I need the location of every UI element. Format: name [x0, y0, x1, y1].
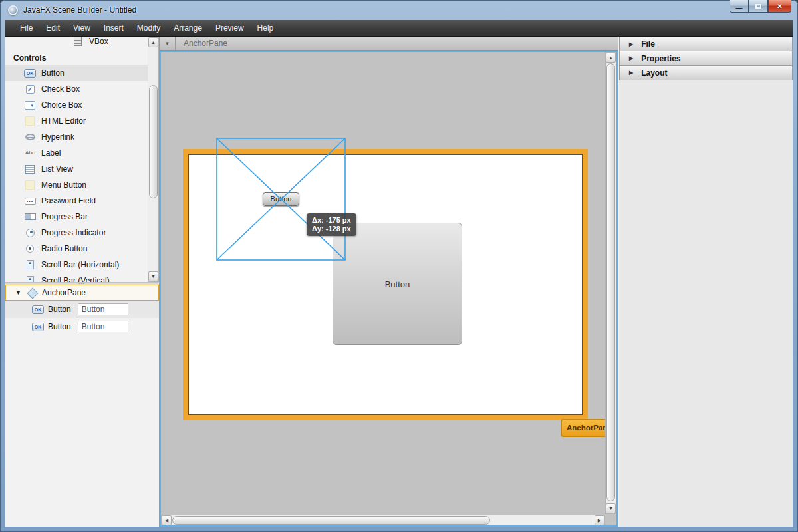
library-item-scroll-bar-vertical[interactable]: ▲Scroll Bar (Vertical) — [5, 273, 148, 282]
library-item-progress-bar[interactable]: Progress Bar — [5, 209, 148, 225]
close-icon: ✕ — [777, 3, 782, 10]
library-item-check-box[interactable]: ✓Check Box — [5, 81, 148, 97]
library-item-label: Scroll Bar (Horizontal) — [41, 260, 119, 269]
library-item-vbox[interactable]: VBox — [5, 37, 148, 48]
anchorpane-selection-tag[interactable]: AnchorPane — [561, 419, 611, 437]
library-item-label: Radio Button — [41, 244, 87, 253]
library-item-hyperlink[interactable]: Hyperlink — [5, 129, 148, 145]
ok-icon: OK — [24, 69, 36, 78]
menu-item-view[interactable]: View — [66, 21, 97, 35]
progressbar-icon — [25, 213, 36, 220]
hierarchy-children: OKButtonOKButton — [5, 301, 159, 335]
hierarchy-item-label: Button — [48, 322, 71, 331]
inspector-section-layout[interactable]: ▶Layout — [619, 66, 793, 80]
menu-bar: FileEditViewInsertModifyArrangePreviewHe… — [5, 20, 793, 37]
radiobutton-icon — [26, 245, 34, 253]
inspector-section-file[interactable]: ▶File — [619, 37, 793, 51]
library-item-html-editor[interactable]: HTML Editor — [5, 113, 148, 129]
library-item-radio-button[interactable]: Radio Button — [5, 241, 148, 257]
window-title: JavaFX Scene Builder - Untitled — [23, 5, 136, 15]
scroll-down-button[interactable]: ▼ — [148, 271, 158, 281]
hierarchy-item-name-input[interactable] — [78, 303, 128, 315]
listview-icon — [25, 165, 35, 174]
canvas-horizontal-scrollbar[interactable]: ◀ ▶ — [161, 515, 605, 525]
canvas-header: ▼ AnchorPane — [160, 37, 618, 51]
window-controls: —✕ — [730, 0, 791, 13]
menu-item-edit[interactable]: Edit — [39, 21, 66, 35]
minimize-button[interactable]: — — [730, 0, 749, 13]
menu-item-arrange[interactable]: Arrange — [167, 21, 209, 35]
canvas-vscroll-thumb[interactable] — [606, 63, 615, 501]
canvas-header-label: AnchorPane — [184, 39, 227, 48]
main-content: VBoxControlsOKButton✓Check Box▾Choice Bo… — [5, 37, 793, 527]
library-item-label: List View — [41, 164, 73, 174]
menu-item-help[interactable]: Help — [251, 21, 281, 35]
inspector-panel: ▶File▶Properties▶Layout — [619, 37, 793, 527]
hierarchy-item-button-2[interactable]: OKButton — [5, 318, 159, 335]
library-item-label: Hyperlink — [41, 132, 74, 142]
maximize-icon — [755, 4, 761, 9]
menu-item-modify[interactable]: Modify — [130, 21, 167, 35]
progressindicator-icon — [26, 229, 35, 237]
close-button[interactable]: ✕ — [768, 0, 791, 13]
disclosure-triangle-icon[interactable]: ▼ — [15, 289, 22, 296]
password-icon: ••• — [25, 198, 36, 205]
menu-item-preview[interactable]: Preview — [209, 21, 251, 35]
hierarchy-panel: ▼ AnchorPane OKButtonOKButton — [5, 285, 160, 527]
library-item-label: Label — [41, 148, 61, 158]
library-item-scroll-bar-horizontal[interactable]: ▲Scroll Bar (Horizontal) — [5, 257, 148, 273]
inspector-section-properties[interactable]: ▶Properties — [619, 51, 793, 66]
choice-icon: ▾ — [25, 101, 35, 110]
hierarchy-root-label: AnchorPane — [42, 288, 86, 297]
scroll-right-button[interactable]: ▶ — [595, 515, 604, 525]
delta-y-value: Δy: -128 px — [312, 225, 351, 233]
scrollbarv-icon: ▲ — [27, 276, 34, 282]
canvas-dropdown-button[interactable]: ▼ — [160, 37, 176, 50]
scroll-up-button[interactable]: ▲ — [606, 53, 616, 63]
scroll-left-button[interactable]: ◀ — [162, 515, 172, 525]
canvas-vertical-scrollbar[interactable]: ▲ ▼ — [605, 52, 616, 514]
hierarchy-item-button-1[interactable]: OKButton — [5, 301, 159, 318]
anchorpane-icon — [27, 287, 37, 298]
library-item-label: Progress Indicator — [41, 228, 106, 237]
canvas-viewport[interactable]: Button AnchorPane Button Δx: -175 px Δy:… — [160, 51, 618, 527]
hierarchy-item-name-input[interactable] — [78, 321, 128, 332]
hierarchy-item-anchorpane[interactable]: ▼ AnchorPane — [5, 285, 159, 301]
title-bar[interactable]: JavaFX Scene Builder - Untitled —✕ — [0, 0, 798, 20]
chevron-right-icon: ▶ — [629, 55, 633, 61]
library-item-label[interactable]: AbcLabel — [5, 145, 148, 161]
check-icon: ✓ — [26, 85, 35, 94]
library-panel: VBoxControlsOKButton✓Check Box▾Choice Bo… — [5, 37, 160, 282]
canvas-hscroll-thumb[interactable] — [172, 516, 490, 525]
library-item-button[interactable]: OKButton — [5, 65, 148, 81]
library-item-menu-button[interactable]: Menu Button — [5, 177, 148, 193]
library-item-progress-indicator[interactable]: Progress Indicator — [5, 225, 148, 241]
canvas-region: ▼ AnchorPane Button AnchorPane Button Δx… — [160, 37, 618, 527]
chevron-right-icon: ▶ — [629, 41, 633, 47]
inspector-section-label: Layout — [641, 68, 667, 78]
library-item-label: VBox — [89, 37, 108, 46]
menu-item-insert[interactable]: Insert — [97, 21, 130, 35]
drag-selection-overlay[interactable] — [216, 138, 346, 261]
library-scrollbar[interactable]: ▲ ▼ — [148, 37, 159, 282]
library-item-label: Choice Box — [41, 100, 82, 110]
library-item-password-field[interactable]: •••Password Field — [5, 193, 148, 209]
ok-icon: OK — [32, 305, 44, 314]
maximize-button[interactable] — [749, 0, 768, 13]
library-section-header: Controls — [5, 48, 159, 65]
scroll-down-button[interactable]: ▼ — [606, 503, 616, 513]
library-item-choice-box[interactable]: ▾Choice Box — [5, 97, 148, 113]
library-item-label: Password Field — [41, 196, 96, 205]
library-item-list-view[interactable]: List View — [5, 161, 148, 177]
vbox-icon — [74, 37, 82, 46]
hierarchy-item-label: Button — [48, 305, 71, 314]
inspector-section-label: File — [641, 39, 655, 49]
library-scrollbar-thumb[interactable] — [149, 85, 158, 198]
scroll-up-button[interactable]: ▲ — [148, 37, 158, 47]
htmleditor-icon — [25, 116, 35, 126]
menu-item-file[interactable]: File — [13, 21, 39, 35]
chevron-right-icon: ▶ — [629, 70, 633, 76]
minimize-icon: — — [736, 5, 743, 12]
placed-button[interactable]: Button — [332, 223, 462, 345]
library-item-label: Scroll Bar (Vertical) — [41, 276, 110, 282]
